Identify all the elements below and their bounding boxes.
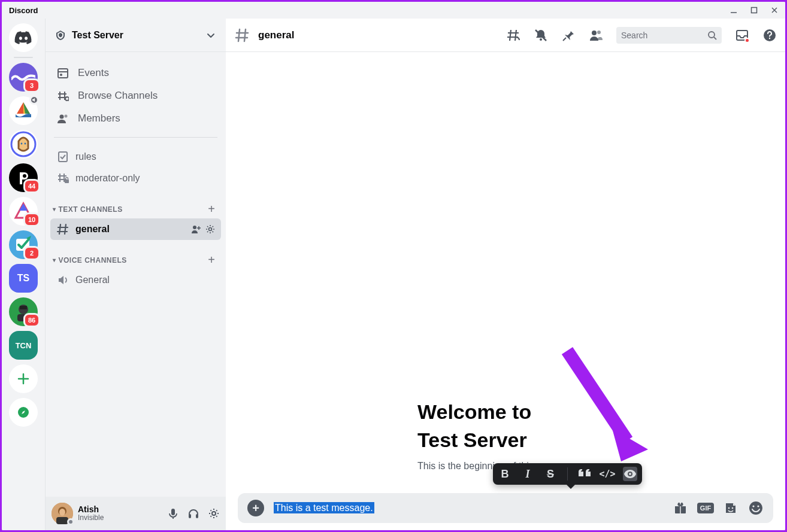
code-button[interactable]: </> bbox=[600, 467, 615, 481]
deafen-icon[interactable] bbox=[187, 507, 199, 519]
home-button[interactable] bbox=[9, 23, 38, 52]
user-avatar[interactable] bbox=[52, 503, 73, 524]
sticker-button[interactable] bbox=[723, 500, 738, 516]
message-text: This is a test message. bbox=[274, 502, 374, 513]
svg-rect-45 bbox=[196, 514, 198, 518]
server-list: 3 44 bbox=[2, 19, 45, 530]
gear-icon[interactable] bbox=[208, 507, 220, 519]
channel-name: moderator-only bbox=[75, 173, 215, 184]
server-item-6[interactable]: 2 bbox=[9, 230, 38, 259]
chevron-down-icon: ▾ bbox=[53, 206, 56, 212]
category-text-channels[interactable]: ▾ TEXT CHANNELS + bbox=[50, 199, 221, 218]
server-item-1[interactable]: 3 bbox=[9, 63, 38, 92]
svg-point-34 bbox=[193, 226, 196, 229]
svg-point-60 bbox=[629, 473, 631, 475]
server-separator bbox=[14, 57, 33, 58]
server-header[interactable]: Test Server bbox=[46, 19, 226, 52]
chevron-down-icon bbox=[205, 30, 216, 41]
strikethrough-button[interactable]: S bbox=[543, 467, 558, 481]
pinned-messages-icon[interactable] bbox=[561, 28, 576, 42]
members-icon bbox=[56, 112, 69, 125]
members-label: Members bbox=[78, 113, 120, 124]
gif-button[interactable]: GIF bbox=[698, 500, 713, 516]
svg-point-31 bbox=[65, 115, 68, 118]
add-server-button[interactable] bbox=[9, 364, 38, 393]
threads-icon[interactable] bbox=[506, 28, 520, 42]
invite-icon[interactable] bbox=[191, 224, 201, 234]
emoji-button[interactable] bbox=[748, 500, 764, 516]
svg-point-27 bbox=[60, 74, 62, 76]
add-channel-button[interactable]: + bbox=[208, 253, 215, 267]
svg-line-29 bbox=[68, 100, 69, 101]
attach-button[interactable]: + bbox=[247, 500, 264, 516]
svg-rect-33 bbox=[65, 180, 69, 183]
browse-channels-nav[interactable]: Browse Channels bbox=[50, 84, 221, 107]
spoiler-button[interactable] bbox=[623, 467, 637, 481]
main-content: general Search bbox=[226, 19, 785, 530]
notification-dot bbox=[744, 38, 750, 43]
server-item-current[interactable]: TS bbox=[9, 264, 38, 293]
svg-point-65 bbox=[732, 507, 734, 509]
window-minimize-button[interactable] bbox=[725, 3, 742, 17]
explore-button[interactable] bbox=[9, 398, 38, 427]
channel-general[interactable]: general bbox=[50, 218, 221, 240]
notifications-muted-icon[interactable] bbox=[534, 28, 548, 42]
svg-line-53 bbox=[714, 37, 716, 39]
hash-lock-icon bbox=[56, 172, 69, 185]
channel-sidebar: Test Server Events Browse Channels Membe… bbox=[45, 19, 226, 530]
gift-button[interactable] bbox=[673, 500, 688, 516]
browse-label: Browse Channels bbox=[78, 90, 158, 102]
svg-point-7 bbox=[10, 131, 37, 157]
member-list-icon[interactable] bbox=[589, 28, 603, 42]
server-item-7[interactable]: 86 bbox=[9, 297, 38, 326]
members-nav[interactable]: Members bbox=[50, 107, 221, 130]
titlebar: Discord bbox=[2, 2, 785, 19]
server-item-3[interactable] bbox=[9, 130, 38, 159]
svg-point-9 bbox=[19, 137, 28, 150]
server-item-2[interactable] bbox=[9, 96, 38, 125]
window-maximize-button[interactable] bbox=[746, 3, 762, 17]
server-item-5[interactable]: 10 bbox=[9, 197, 38, 226]
svg-rect-42 bbox=[171, 509, 175, 515]
italic-button[interactable]: I bbox=[520, 467, 535, 481]
status-invisible-icon bbox=[67, 518, 74, 525]
server-item-8[interactable]: TCN bbox=[9, 331, 38, 360]
search-icon bbox=[707, 31, 717, 40]
separator bbox=[567, 467, 568, 481]
category-label: VOICE CHANNELS bbox=[59, 256, 127, 265]
bold-button[interactable]: B bbox=[498, 467, 512, 481]
search-input[interactable]: Search bbox=[616, 27, 722, 44]
voice-channel-general[interactable]: General bbox=[50, 269, 221, 291]
category-label: TEXT CHANNELS bbox=[59, 205, 123, 214]
gear-icon[interactable] bbox=[205, 224, 215, 234]
category-voice-channels[interactable]: ▾ VOICE CHANNELS + bbox=[50, 250, 221, 269]
channels-scroll[interactable]: Events Browse Channels Members rules bbox=[46, 52, 226, 497]
hash-icon bbox=[234, 28, 250, 43]
inbox-icon[interactable] bbox=[735, 28, 749, 42]
mute-icon[interactable] bbox=[167, 507, 179, 519]
welcome-title-line2: Test Server bbox=[417, 426, 773, 455]
events-nav[interactable]: Events bbox=[50, 62, 221, 84]
channel-title: general bbox=[258, 29, 498, 41]
window-close-button[interactable] bbox=[766, 3, 783, 17]
message-input[interactable]: This is a test message. bbox=[274, 503, 663, 513]
svg-point-8 bbox=[11, 132, 35, 156]
svg-point-68 bbox=[757, 505, 759, 507]
server-badge: 2 bbox=[23, 246, 40, 260]
server-item-4[interactable]: 44 bbox=[9, 163, 38, 192]
user-panel: Atish Invisible bbox=[46, 497, 226, 530]
svg-line-49 bbox=[563, 38, 566, 41]
channel-moderator-only[interactable]: moderator-only bbox=[50, 168, 221, 189]
add-channel-button[interactable]: + bbox=[208, 202, 215, 216]
svg-rect-19 bbox=[20, 306, 27, 309]
svg-rect-25 bbox=[58, 69, 68, 78]
welcome-title-line1: Welcome to bbox=[417, 398, 773, 427]
user-info[interactable]: Atish Invisible bbox=[78, 505, 162, 522]
help-icon[interactable] bbox=[762, 28, 777, 42]
events-label: Events bbox=[78, 67, 109, 79]
message-composer[interactable]: + This is a test message. GIF bbox=[238, 493, 773, 523]
app-window: Discord 3 bbox=[2, 2, 785, 530]
quote-button[interactable] bbox=[577, 467, 592, 481]
channel-rules[interactable]: rules bbox=[50, 146, 221, 168]
divider bbox=[54, 137, 217, 138]
